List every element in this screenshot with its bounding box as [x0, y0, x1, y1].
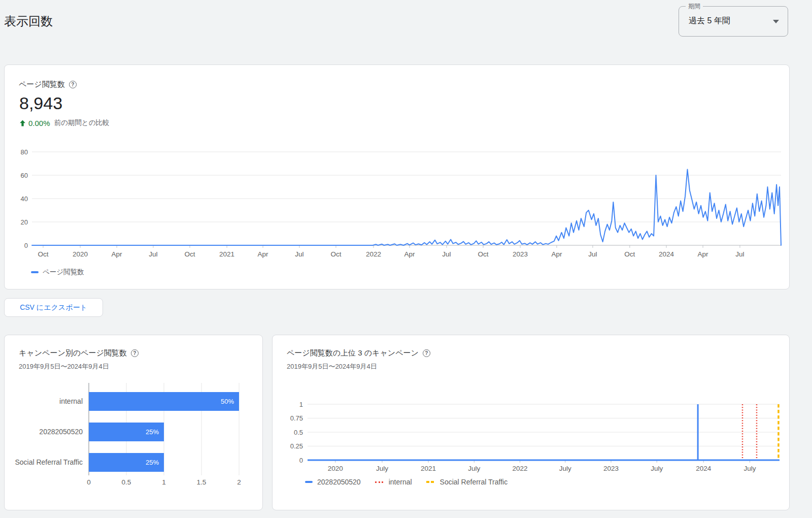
svg-text:80: 80 — [21, 148, 28, 156]
arrow-up-icon — [19, 120, 26, 126]
help-icon[interactable]: ? — [69, 81, 77, 88]
svg-text:July: July — [468, 465, 480, 472]
pageviews-delta-percent: 0.00% — [28, 119, 50, 127]
svg-text:2021: 2021 — [219, 250, 234, 258]
svg-text:0: 0 — [299, 457, 303, 464]
export-csv-button[interactable]: CSV にエクスポート — [4, 298, 103, 317]
svg-text:0: 0 — [24, 242, 28, 249]
period-select-label: 期間 — [686, 2, 703, 11]
svg-text:2: 2 — [237, 478, 241, 486]
top-campaigns-legend: 20282050520 internal Social Referral Tra… — [305, 478, 517, 486]
legend-item: 20282050520 — [305, 478, 361, 486]
svg-text:2022: 2022 — [366, 250, 381, 258]
svg-text:July: July — [651, 465, 663, 472]
pageviews-legend-label: ページ閲覧数 — [43, 268, 84, 277]
svg-text:2024: 2024 — [659, 250, 674, 258]
legend-solid-line-icon — [305, 481, 313, 483]
svg-text:1: 1 — [162, 478, 166, 486]
pageviews-delta-caption: 前の期間との比較 — [54, 118, 110, 127]
pageviews-delta: 0.00% 前の期間との比較 — [19, 118, 110, 127]
period-select-value: 過去 5 年間 — [689, 16, 730, 26]
svg-text:Apr: Apr — [258, 250, 269, 258]
svg-text:1.5: 1.5 — [197, 478, 207, 486]
top-campaigns-card-title: ページ閲覧数の上位 3 のキャンペーン ? — [287, 348, 430, 358]
svg-text:0.25: 0.25 — [290, 442, 303, 450]
svg-text:25%: 25% — [146, 428, 159, 436]
campaign-bar-card-title: キャンペーン別のページ閲覧数 ? — [19, 348, 139, 358]
legend-label: internal — [389, 478, 412, 486]
svg-text:2020: 2020 — [328, 465, 343, 472]
svg-text:Jul: Jul — [149, 250, 157, 258]
svg-text:July: July — [376, 465, 388, 472]
legend-dashed-line-icon — [426, 481, 435, 483]
campaign-bar-card-title-text: キャンペーン別のページ閲覧数 — [19, 348, 127, 358]
top-campaigns-line-chart: 00.250.50.7512020July2021July2022July202… — [273, 396, 790, 482]
svg-text:2024: 2024 — [696, 465, 712, 472]
svg-text:July: July — [743, 465, 756, 472]
campaign-bar-card-subtitle: 2019年9月5日〜2024年9月4日 — [19, 362, 109, 371]
svg-text:20282050520: 20282050520 — [39, 428, 83, 436]
legend-dotted-line-icon — [375, 481, 384, 483]
svg-text:2021: 2021 — [421, 465, 436, 472]
top-campaigns-card-title-text: ページ閲覧数の上位 3 のキャンペーン — [287, 348, 419, 358]
svg-text:Jul: Jul — [442, 250, 451, 258]
svg-text:Social Referral Traffic: Social Referral Traffic — [15, 458, 83, 466]
pageviews-card-title-text: ページ閲覧数 — [19, 80, 65, 89]
svg-text:Apr: Apr — [551, 250, 562, 258]
svg-text:July: July — [559, 465, 571, 472]
pageviews-card-title: ページ閲覧数 ? — [19, 80, 77, 89]
chevron-down-icon — [773, 20, 779, 23]
svg-text:2023: 2023 — [513, 250, 528, 258]
svg-text:Jul: Jul — [295, 250, 303, 258]
campaign-bar-card: キャンペーン別のページ閲覧数 ? 2019年9月5日〜2024年9月4日 00.… — [4, 335, 263, 510]
svg-text:Apr: Apr — [698, 250, 709, 258]
pageviews-line-chart: 020406080Oct2020AprJulOct2021AprJulOct20… — [5, 147, 790, 265]
campaign-bar-chart: 00.511.5250%internal25%2028205052025%Soc… — [5, 379, 263, 501]
svg-text:2023: 2023 — [603, 465, 619, 472]
svg-text:2022: 2022 — [512, 465, 527, 472]
svg-text:40: 40 — [21, 195, 28, 203]
svg-text:25%: 25% — [146, 459, 159, 466]
svg-text:Oct: Oct — [184, 250, 195, 258]
svg-text:Apr: Apr — [112, 250, 123, 258]
svg-text:0.75: 0.75 — [290, 414, 303, 422]
svg-text:Oct: Oct — [624, 250, 635, 258]
help-icon[interactable]: ? — [423, 349, 430, 357]
pageviews-total: 8,943 — [19, 93, 62, 113]
legend-item: internal — [375, 478, 412, 486]
legend-line-icon — [31, 271, 39, 273]
pageviews-legend: ページ閲覧数 — [31, 268, 84, 277]
svg-text:Jul: Jul — [588, 250, 597, 258]
page-title: 表示回数 — [4, 13, 53, 29]
svg-text:50%: 50% — [221, 398, 234, 405]
help-icon[interactable]: ? — [131, 349, 139, 357]
svg-text:Oct: Oct — [38, 250, 48, 258]
svg-text:Oct: Oct — [330, 250, 341, 258]
svg-text:60: 60 — [21, 172, 28, 179]
svg-text:Jul: Jul — [735, 250, 744, 258]
legend-item: Social Referral Traffic — [426, 478, 508, 486]
svg-text:Apr: Apr — [404, 250, 416, 258]
period-select[interactable]: 期間 過去 5 年間 — [679, 6, 788, 37]
legend-label: 20282050520 — [317, 478, 361, 486]
svg-text:0.5: 0.5 — [122, 478, 131, 486]
pageviews-card: ページ閲覧数 ? 8,943 0.00% 前の期間との比較 020406080O… — [4, 64, 790, 289]
svg-text:2020: 2020 — [73, 250, 88, 258]
top-campaigns-card-subtitle: 2019年9月5日〜2024年9月4日 — [287, 362, 377, 371]
svg-text:0: 0 — [87, 478, 91, 486]
top-campaigns-card: ページ閲覧数の上位 3 のキャンペーン ? 2019年9月5日〜2024年9月4… — [272, 335, 790, 510]
legend-label: Social Referral Traffic — [440, 478, 508, 486]
svg-text:Oct: Oct — [478, 250, 488, 258]
svg-text:0.5: 0.5 — [294, 429, 303, 436]
svg-text:internal: internal — [59, 397, 83, 405]
svg-text:1: 1 — [299, 401, 303, 408]
svg-text:20: 20 — [21, 218, 28, 226]
